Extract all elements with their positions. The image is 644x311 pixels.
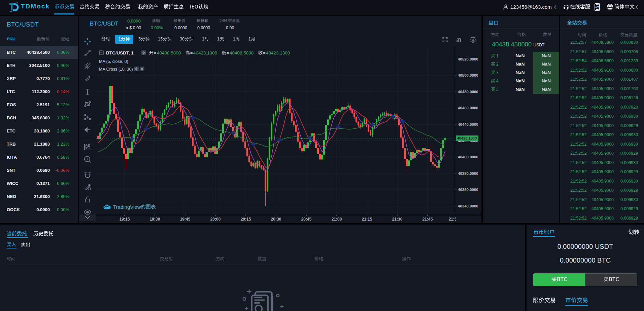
svg-text:APP: APP (595, 6, 599, 8)
svg-text:40460.0000: 40460.0000 (458, 106, 478, 110)
svg-text:21:45: 21:45 (422, 217, 433, 222)
svg-text:20:00: 20:00 (210, 217, 221, 222)
svg-text:19:30: 19:30 (150, 217, 160, 222)
svg-text:40480.0000: 40480.0000 (458, 90, 478, 94)
svg-text:19:15: 19:15 (120, 217, 130, 222)
svg-text:40400.0000: 40400.0000 (458, 155, 478, 159)
svg-text:20:30: 20:30 (271, 217, 281, 222)
svg-text:20:45: 20:45 (301, 217, 312, 222)
svg-text:40440.0000: 40440.0000 (458, 122, 478, 126)
svg-text:20:15: 20:15 (241, 217, 251, 222)
svg-text:40423.1300: 40423.1300 (457, 136, 477, 140)
svg-text:21:30: 21:30 (392, 217, 403, 222)
svg-text:21:00: 21:00 (332, 217, 342, 222)
svg-text:40520.0000: 40520.0000 (458, 57, 478, 61)
svg-text:19:45: 19:45 (180, 217, 191, 222)
svg-text:40380.0000: 40380.0000 (458, 171, 478, 176)
svg-text:21:58: 21:58 (449, 217, 459, 222)
svg-text:40340.0000: 40340.0000 (458, 204, 478, 208)
svg-text:40500.0000: 40500.0000 (458, 73, 478, 77)
svg-text:21:15: 21:15 (362, 217, 372, 222)
svg-text:40360.0000: 40360.0000 (458, 188, 478, 192)
